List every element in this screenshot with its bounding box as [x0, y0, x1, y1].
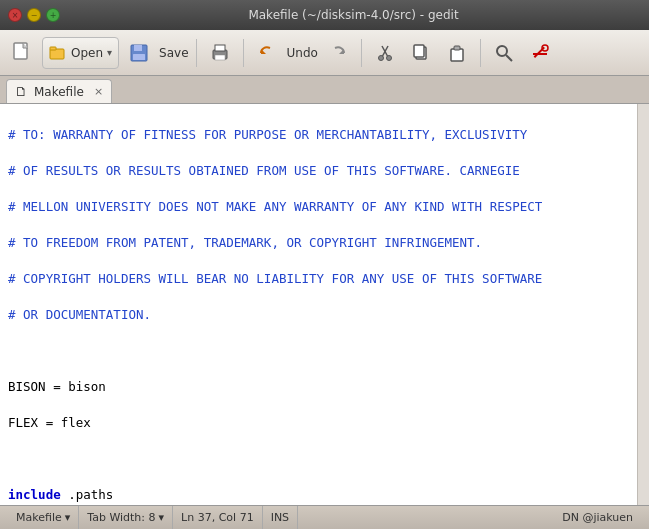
line-10: [8, 450, 649, 468]
tab-makefile[interactable]: 🗋 Makefile ×: [6, 79, 112, 103]
file-dropdown-arrow[interactable]: ▾: [65, 511, 71, 524]
line-4: # TO FREEDOM FROM PATENT, TRADEMARK, OR …: [8, 234, 649, 252]
redo-button[interactable]: [322, 37, 354, 69]
line-5: # COPYRIGHT HOLDERS WILL BEAR NO LIABILI…: [8, 270, 649, 288]
svg-point-14: [386, 55, 391, 60]
statusbar: Makefile ▾ Tab Width: 8 ▾ Ln 37, Col 71 …: [0, 505, 649, 529]
sep4: [480, 39, 481, 67]
maximize-button[interactable]: +: [46, 8, 60, 22]
svg-rect-22: [533, 53, 547, 55]
tab-close-button[interactable]: ×: [94, 85, 103, 98]
tab-width-dropdown[interactable]: Tab Width: 8 ▾: [87, 511, 164, 524]
svg-marker-10: [339, 49, 344, 54]
editor-area[interactable]: # TO: WARRANTY OF FITNESS FOR PURPOSE OR…: [0, 104, 649, 505]
tools-button[interactable]: [524, 37, 556, 69]
username: DN @jiakuen: [562, 511, 633, 524]
tabbar: 🗋 Makefile ×: [0, 76, 649, 104]
svg-point-13: [378, 55, 383, 60]
open-label: Open: [71, 46, 103, 60]
cut-button[interactable]: [369, 37, 401, 69]
sep3: [361, 39, 362, 67]
status-file[interactable]: Makefile ▾: [8, 506, 79, 529]
svg-rect-17: [451, 49, 463, 61]
open-button[interactable]: Open ▾: [42, 37, 119, 69]
svg-rect-7: [215, 45, 225, 51]
print-button[interactable]: [204, 37, 236, 69]
tab-width-arrow[interactable]: ▾: [159, 511, 165, 524]
line-6: # OR DOCUMENTATION.: [8, 306, 649, 324]
svg-rect-18: [454, 46, 460, 50]
file-icon: 🗋: [15, 84, 28, 99]
close-button[interactable]: ×: [8, 8, 22, 22]
line-2: # OF RESULTS OR RESULTS OBTAINED FROM US…: [8, 162, 649, 180]
status-position: Ln 37, Col 71: [173, 506, 263, 529]
line-8: BISON = bison: [8, 378, 649, 396]
tab-width-label: Tab Width: 8: [87, 511, 155, 524]
svg-rect-16: [414, 45, 424, 57]
line-7: [8, 342, 649, 360]
status-user: DN @jiakuen: [554, 506, 641, 529]
window-controls[interactable]: × − +: [8, 8, 60, 22]
svg-rect-21: [534, 46, 545, 57]
editor[interactable]: # TO: WARRANTY OF FITNESS FOR PURPOSE OR…: [0, 104, 649, 505]
new-button[interactable]: [6, 37, 38, 69]
svg-point-19: [497, 46, 507, 56]
editor-content: # TO: WARRANTY OF FITNESS FOR PURPOSE OR…: [0, 104, 649, 505]
svg-rect-4: [134, 45, 142, 51]
line-3: # MELLON UNIVERSITY DOES NOT MAKE ANY WA…: [8, 198, 649, 216]
line-1: # TO: WARRANTY OF FITNESS FOR PURPOSE OR…: [8, 126, 649, 144]
edit-mode: INS: [271, 511, 289, 524]
tab-label: Makefile: [34, 85, 84, 99]
minimize-button[interactable]: −: [27, 8, 41, 22]
toolbar: Open ▾ Save Undo: [0, 30, 649, 76]
line-9: FLEX = flex: [8, 414, 649, 432]
save-label: Save: [159, 46, 188, 60]
scrollbar-vertical[interactable]: [637, 104, 649, 505]
status-tab-width[interactable]: Tab Width: 8 ▾: [79, 506, 173, 529]
svg-rect-2: [50, 47, 56, 50]
status-mode: INS: [263, 506, 298, 529]
file-dropdown[interactable]: Makefile ▾: [16, 511, 70, 524]
titlebar: × − + Makefile (~/disksim-4.0/src) - ged…: [0, 0, 649, 30]
copy-button[interactable]: [405, 37, 437, 69]
status-filename: Makefile: [16, 511, 62, 524]
line-11: include .paths: [8, 486, 649, 504]
cursor-position: Ln 37, Col 71: [181, 511, 254, 524]
svg-marker-9: [261, 49, 266, 54]
svg-rect-5: [133, 54, 145, 60]
save-button[interactable]: [123, 37, 155, 69]
svg-rect-8: [215, 55, 225, 60]
paste-button[interactable]: [441, 37, 473, 69]
undo-label: Undo: [287, 46, 318, 60]
sep1: [196, 39, 197, 67]
sep2: [243, 39, 244, 67]
svg-line-20: [506, 55, 512, 61]
undo-button[interactable]: [251, 37, 283, 69]
find-button[interactable]: [488, 37, 520, 69]
open-arrow[interactable]: ▾: [107, 47, 112, 58]
window-title: Makefile (~/disksim-4.0/src) - gedit: [66, 8, 641, 22]
